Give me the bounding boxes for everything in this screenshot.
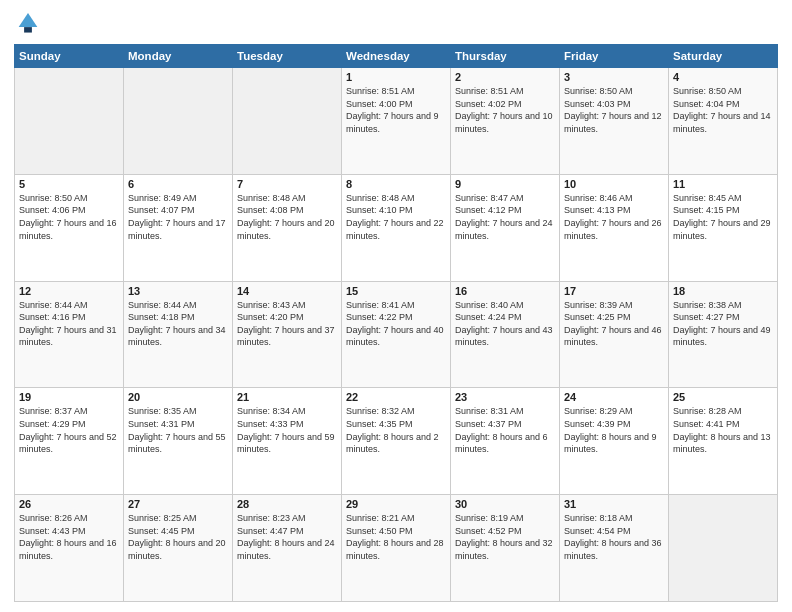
calendar-week-row: 26Sunrise: 8:26 AM Sunset: 4:43 PM Dayli…: [15, 495, 778, 602]
day-info: Sunrise: 8:51 AM Sunset: 4:02 PM Dayligh…: [455, 85, 555, 135]
calendar-cell: 30Sunrise: 8:19 AM Sunset: 4:52 PM Dayli…: [451, 495, 560, 602]
day-info: Sunrise: 8:46 AM Sunset: 4:13 PM Dayligh…: [564, 192, 664, 242]
calendar-cell: 4Sunrise: 8:50 AM Sunset: 4:04 PM Daylig…: [669, 68, 778, 175]
calendar-week-row: 19Sunrise: 8:37 AM Sunset: 4:29 PM Dayli…: [15, 388, 778, 495]
day-number: 10: [564, 178, 664, 190]
day-number: 1: [346, 71, 446, 83]
calendar-cell: 18Sunrise: 8:38 AM Sunset: 4:27 PM Dayli…: [669, 281, 778, 388]
day-number: 5: [19, 178, 119, 190]
day-number: 22: [346, 391, 446, 403]
day-info: Sunrise: 8:44 AM Sunset: 4:16 PM Dayligh…: [19, 299, 119, 349]
day-info: Sunrise: 8:29 AM Sunset: 4:39 PM Dayligh…: [564, 405, 664, 455]
calendar-cell: 29Sunrise: 8:21 AM Sunset: 4:50 PM Dayli…: [342, 495, 451, 602]
day-info: Sunrise: 8:49 AM Sunset: 4:07 PM Dayligh…: [128, 192, 228, 242]
day-info: Sunrise: 8:28 AM Sunset: 4:41 PM Dayligh…: [673, 405, 773, 455]
calendar-cell: 1Sunrise: 8:51 AM Sunset: 4:00 PM Daylig…: [342, 68, 451, 175]
day-info: Sunrise: 8:50 AM Sunset: 4:06 PM Dayligh…: [19, 192, 119, 242]
calendar-cell: 21Sunrise: 8:34 AM Sunset: 4:33 PM Dayli…: [233, 388, 342, 495]
day-info: Sunrise: 8:38 AM Sunset: 4:27 PM Dayligh…: [673, 299, 773, 349]
day-number: 17: [564, 285, 664, 297]
day-info: Sunrise: 8:41 AM Sunset: 4:22 PM Dayligh…: [346, 299, 446, 349]
day-info: Sunrise: 8:34 AM Sunset: 4:33 PM Dayligh…: [237, 405, 337, 455]
day-number: 31: [564, 498, 664, 510]
calendar-cell: [669, 495, 778, 602]
calendar-cell: 2Sunrise: 8:51 AM Sunset: 4:02 PM Daylig…: [451, 68, 560, 175]
calendar-cell: 16Sunrise: 8:40 AM Sunset: 4:24 PM Dayli…: [451, 281, 560, 388]
calendar-cell: 3Sunrise: 8:50 AM Sunset: 4:03 PM Daylig…: [560, 68, 669, 175]
day-number: 24: [564, 391, 664, 403]
day-number: 16: [455, 285, 555, 297]
calendar-cell: 31Sunrise: 8:18 AM Sunset: 4:54 PM Dayli…: [560, 495, 669, 602]
calendar-cell: 23Sunrise: 8:31 AM Sunset: 4:37 PM Dayli…: [451, 388, 560, 495]
day-number: 9: [455, 178, 555, 190]
day-number: 3: [564, 71, 664, 83]
calendar-cell: 22Sunrise: 8:32 AM Sunset: 4:35 PM Dayli…: [342, 388, 451, 495]
weekday-header-cell: Monday: [124, 45, 233, 68]
calendar-body: 1Sunrise: 8:51 AM Sunset: 4:00 PM Daylig…: [15, 68, 778, 602]
day-info: Sunrise: 8:43 AM Sunset: 4:20 PM Dayligh…: [237, 299, 337, 349]
page: SundayMondayTuesdayWednesdayThursdayFrid…: [0, 0, 792, 612]
day-number: 7: [237, 178, 337, 190]
day-number: 13: [128, 285, 228, 297]
day-info: Sunrise: 8:23 AM Sunset: 4:47 PM Dayligh…: [237, 512, 337, 562]
day-info: Sunrise: 8:47 AM Sunset: 4:12 PM Dayligh…: [455, 192, 555, 242]
calendar-cell: 25Sunrise: 8:28 AM Sunset: 4:41 PM Dayli…: [669, 388, 778, 495]
calendar-week-row: 1Sunrise: 8:51 AM Sunset: 4:00 PM Daylig…: [15, 68, 778, 175]
day-number: 30: [455, 498, 555, 510]
header: [14, 10, 778, 38]
calendar-cell: 17Sunrise: 8:39 AM Sunset: 4:25 PM Dayli…: [560, 281, 669, 388]
calendar-cell: 11Sunrise: 8:45 AM Sunset: 4:15 PM Dayli…: [669, 174, 778, 281]
day-number: 21: [237, 391, 337, 403]
logo-icon: [14, 10, 42, 38]
day-info: Sunrise: 8:48 AM Sunset: 4:10 PM Dayligh…: [346, 192, 446, 242]
logo: [14, 10, 46, 38]
weekday-header-cell: Tuesday: [233, 45, 342, 68]
day-info: Sunrise: 8:25 AM Sunset: 4:45 PM Dayligh…: [128, 512, 228, 562]
calendar-cell: 28Sunrise: 8:23 AM Sunset: 4:47 PM Dayli…: [233, 495, 342, 602]
calendar-cell: 10Sunrise: 8:46 AM Sunset: 4:13 PM Dayli…: [560, 174, 669, 281]
day-number: 25: [673, 391, 773, 403]
calendar-cell: 15Sunrise: 8:41 AM Sunset: 4:22 PM Dayli…: [342, 281, 451, 388]
calendar-cell: [124, 68, 233, 175]
calendar-cell: [233, 68, 342, 175]
calendar-cell: 19Sunrise: 8:37 AM Sunset: 4:29 PM Dayli…: [15, 388, 124, 495]
day-info: Sunrise: 8:50 AM Sunset: 4:03 PM Dayligh…: [564, 85, 664, 135]
calendar-cell: 6Sunrise: 8:49 AM Sunset: 4:07 PM Daylig…: [124, 174, 233, 281]
calendar-cell: 14Sunrise: 8:43 AM Sunset: 4:20 PM Dayli…: [233, 281, 342, 388]
day-number: 20: [128, 391, 228, 403]
day-info: Sunrise: 8:37 AM Sunset: 4:29 PM Dayligh…: [19, 405, 119, 455]
day-info: Sunrise: 8:32 AM Sunset: 4:35 PM Dayligh…: [346, 405, 446, 455]
day-info: Sunrise: 8:48 AM Sunset: 4:08 PM Dayligh…: [237, 192, 337, 242]
calendar-cell: 12Sunrise: 8:44 AM Sunset: 4:16 PM Dayli…: [15, 281, 124, 388]
day-number: 12: [19, 285, 119, 297]
day-number: 23: [455, 391, 555, 403]
calendar-cell: 26Sunrise: 8:26 AM Sunset: 4:43 PM Dayli…: [15, 495, 124, 602]
calendar-cell: 20Sunrise: 8:35 AM Sunset: 4:31 PM Dayli…: [124, 388, 233, 495]
day-info: Sunrise: 8:35 AM Sunset: 4:31 PM Dayligh…: [128, 405, 228, 455]
day-info: Sunrise: 8:39 AM Sunset: 4:25 PM Dayligh…: [564, 299, 664, 349]
day-number: 26: [19, 498, 119, 510]
calendar-cell: 9Sunrise: 8:47 AM Sunset: 4:12 PM Daylig…: [451, 174, 560, 281]
calendar-cell: [15, 68, 124, 175]
day-info: Sunrise: 8:44 AM Sunset: 4:18 PM Dayligh…: [128, 299, 228, 349]
day-number: 14: [237, 285, 337, 297]
day-number: 19: [19, 391, 119, 403]
calendar-cell: 24Sunrise: 8:29 AM Sunset: 4:39 PM Dayli…: [560, 388, 669, 495]
day-number: 2: [455, 71, 555, 83]
calendar-table: SundayMondayTuesdayWednesdayThursdayFrid…: [14, 44, 778, 602]
day-info: Sunrise: 8:45 AM Sunset: 4:15 PM Dayligh…: [673, 192, 773, 242]
day-info: Sunrise: 8:50 AM Sunset: 4:04 PM Dayligh…: [673, 85, 773, 135]
day-number: 28: [237, 498, 337, 510]
day-number: 11: [673, 178, 773, 190]
weekday-header-cell: Wednesday: [342, 45, 451, 68]
day-info: Sunrise: 8:19 AM Sunset: 4:52 PM Dayligh…: [455, 512, 555, 562]
svg-rect-2: [24, 27, 32, 32]
calendar-cell: 7Sunrise: 8:48 AM Sunset: 4:08 PM Daylig…: [233, 174, 342, 281]
day-info: Sunrise: 8:26 AM Sunset: 4:43 PM Dayligh…: [19, 512, 119, 562]
day-info: Sunrise: 8:40 AM Sunset: 4:24 PM Dayligh…: [455, 299, 555, 349]
calendar-week-row: 5Sunrise: 8:50 AM Sunset: 4:06 PM Daylig…: [15, 174, 778, 281]
calendar-cell: 8Sunrise: 8:48 AM Sunset: 4:10 PM Daylig…: [342, 174, 451, 281]
weekday-header-cell: Saturday: [669, 45, 778, 68]
day-info: Sunrise: 8:51 AM Sunset: 4:00 PM Dayligh…: [346, 85, 446, 135]
day-number: 6: [128, 178, 228, 190]
